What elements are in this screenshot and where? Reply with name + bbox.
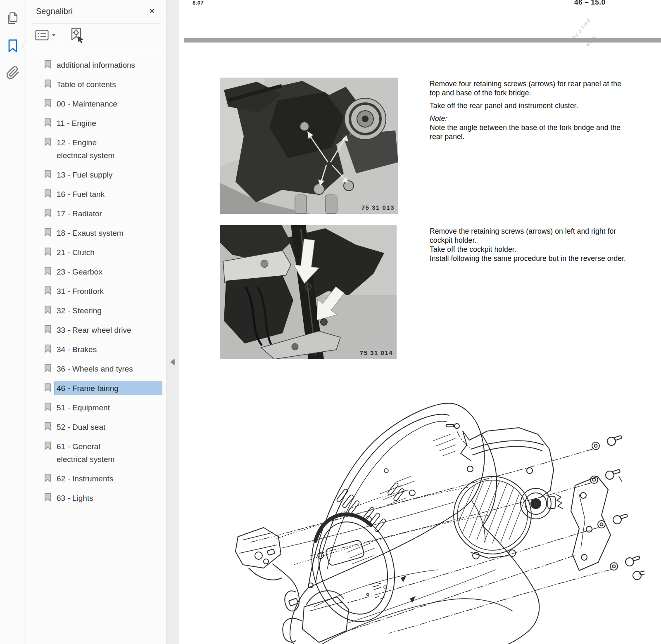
paragraph: Remove four retaining screws (arrows) fo… bbox=[430, 79, 633, 97]
page-revision-code: 8.07 bbox=[193, 0, 204, 6]
bookmark-list: additional informations Table of content… bbox=[26, 55, 166, 508]
bookmark-flag-icon bbox=[44, 247, 51, 256]
bookmark-flag-icon bbox=[44, 493, 51, 502]
bookmark-flag-icon bbox=[44, 364, 51, 372]
bookmark-item[interactable]: 11 - Engine bbox=[26, 114, 166, 133]
bookmark-options-button[interactable] bbox=[35, 30, 56, 40]
bookmark-label: Table of contents bbox=[54, 78, 162, 91]
bookmark-label: additional informations bbox=[54, 58, 162, 72]
bookmark-item[interactable]: 61 - General electrical system bbox=[26, 437, 166, 469]
bookmark-flag-icon bbox=[44, 79, 51, 88]
bookmark-flag-icon bbox=[44, 305, 51, 314]
retaining-screws bbox=[446, 424, 644, 580]
collapse-panel-icon[interactable] bbox=[170, 358, 175, 366]
bookmark-label: 23 - Gearbox bbox=[54, 265, 162, 279]
bookmark-label: 46 - Frame fairing bbox=[54, 381, 162, 395]
bookmarks-panel: Segnalibri ✕ bbox=[26, 0, 167, 644]
pdf-viewer-window: { "rail": { "pages_icon": "page-thumbnai… bbox=[0, 0, 661, 644]
bookmark-label: 18 - Exaust system bbox=[54, 226, 162, 240]
bookmarks-panel-header: Segnalibri ✕ bbox=[26, 0, 166, 24]
bookmark-label: 31 - Frontfork bbox=[54, 284, 162, 298]
chevron-down-icon bbox=[52, 34, 56, 36]
close-panel-button[interactable]: ✕ bbox=[147, 6, 157, 17]
bookmark-flag-icon bbox=[44, 474, 51, 482]
bookmark-label: 12 - Engine electrical system bbox=[54, 136, 162, 162]
photo-fork-bridge-screws: 75 31 013 bbox=[220, 78, 398, 214]
divider bbox=[61, 28, 61, 45]
bookmark-item[interactable]: 13 - Fuel supply bbox=[26, 165, 166, 185]
panel-gutter bbox=[167, 0, 179, 644]
bookmark-flag-icon bbox=[44, 118, 51, 127]
photo1-graphic bbox=[220, 78, 398, 214]
bookmark-label: 00 - Maintenance bbox=[54, 97, 162, 111]
bookmark-flag-icon bbox=[44, 60, 51, 69]
bookmark-label: 21 - Clutch bbox=[54, 246, 162, 259]
bookmarks-toolbar bbox=[26, 24, 166, 51]
bookmark-label: 52 - Dual seat bbox=[54, 420, 162, 434]
bookmark-flag-icon bbox=[44, 99, 51, 107]
instruction-text-1: Remove four retaining screws (arrows) fo… bbox=[430, 79, 633, 141]
bookmarks-icon[interactable] bbox=[5, 38, 21, 54]
bookmark-item[interactable]: 00 - Maintenance bbox=[26, 94, 166, 114]
bookmark-item[interactable]: additional informations bbox=[26, 55, 166, 75]
bookmark-item[interactable]: 31 - Frontfork bbox=[26, 282, 166, 301]
headlight-assembly bbox=[401, 428, 563, 603]
bookmark-item[interactable]: 16 - Fuel tank bbox=[26, 185, 166, 204]
attachments-icon[interactable] bbox=[5, 65, 21, 81]
bookmark-label: 62 - Instruments bbox=[54, 472, 162, 485]
bookmark-label: 17 - Radiator bbox=[54, 207, 162, 220]
bookmark-flag-icon bbox=[44, 325, 51, 334]
bookmark-item[interactable]: 62 - Instruments bbox=[26, 469, 166, 488]
alignment-dotted-lines bbox=[277, 487, 488, 565]
bookmark-item-selected[interactable]: 46 - Frame fairing bbox=[26, 379, 166, 398]
paragraph: Remove the retaining screws (arrows) on … bbox=[430, 227, 636, 245]
windscreen bbox=[308, 403, 484, 588]
bookmark-item[interactable]: 33 - Rear wheel drive bbox=[26, 320, 166, 340]
bookmark-flag-icon bbox=[44, 208, 51, 217]
document-page: 8.07 46 – 15.0 by a kind www bbox=[179, 0, 661, 644]
photo-caption: 75 31 014 bbox=[360, 349, 393, 356]
bookmark-item[interactable]: 51 - Equipment bbox=[26, 398, 166, 417]
bookmark-label: 51 - Equipment bbox=[54, 401, 162, 414]
left-mirror-housing bbox=[235, 528, 299, 611]
horn-disc bbox=[345, 98, 386, 140]
paragraph: Take off the rear panel and instrument c… bbox=[430, 101, 633, 110]
bookmark-item[interactable]: Table of contents bbox=[26, 75, 166, 94]
bookmark-item[interactable]: 36 - Wheels and tyres bbox=[26, 359, 166, 379]
page-thumbnails-icon[interactable] bbox=[5, 11, 21, 26]
expand-current-bookmark-button[interactable] bbox=[68, 27, 85, 44]
bookmark-flag-icon bbox=[44, 422, 51, 431]
bookmark-label: 34 - Brakes bbox=[54, 343, 162, 356]
bookmark-item[interactable]: 23 - Gearbox bbox=[26, 262, 166, 282]
bookmark-item[interactable]: 17 - Radiator bbox=[26, 204, 166, 223]
divider bbox=[32, 51, 161, 51]
bookmark-flag-icon bbox=[44, 189, 51, 198]
bookmark-flag-icon bbox=[44, 402, 51, 411]
exploded-diagram-frame-fairing bbox=[223, 391, 644, 644]
bookmark-flag-icon bbox=[44, 441, 51, 450]
bookmark-item[interactable]: 12 - Engine electrical system bbox=[26, 133, 166, 165]
sidebar-rail bbox=[0, 0, 26, 644]
bookmark-item[interactable]: 63 - Lights bbox=[26, 488, 166, 508]
photo-cockpit-holder-screws: 75 31 014 bbox=[220, 225, 397, 359]
bookmark-item[interactable]: 52 - Dual seat bbox=[26, 417, 166, 437]
panel-title: Segnalibri bbox=[36, 7, 73, 16]
bookmark-label: 11 - Engine bbox=[54, 116, 162, 130]
page-number: 46 – 15.0 bbox=[574, 0, 605, 7]
bookmark-label: 36 - Wheels and tyres bbox=[54, 362, 162, 376]
photo-caption: 75 31 013 bbox=[361, 204, 395, 211]
bookmark-flag-icon bbox=[44, 137, 51, 146]
bookmark-flag-icon bbox=[44, 344, 51, 353]
bookmark-flag-icon bbox=[44, 383, 51, 392]
bookmark-item[interactable]: 21 - Clutch bbox=[26, 243, 166, 262]
photo2-graphic bbox=[220, 225, 397, 359]
bookmark-item[interactable]: 34 - Brakes bbox=[26, 340, 166, 359]
bookmark-label: 33 - Rear wheel drive bbox=[54, 323, 162, 337]
bookmark-label: 16 - Fuel tank bbox=[54, 187, 162, 201]
bookmark-item[interactable]: 18 - Exaust system bbox=[26, 223, 166, 243]
watermark-text: by a kind bbox=[571, 17, 592, 40]
bookmark-flag-icon bbox=[44, 267, 51, 275]
page-header-rule bbox=[184, 38, 661, 43]
bookmark-label: 61 - General electrical system bbox=[54, 440, 162, 466]
bookmark-item[interactable]: 32 - Steering bbox=[26, 301, 166, 320]
